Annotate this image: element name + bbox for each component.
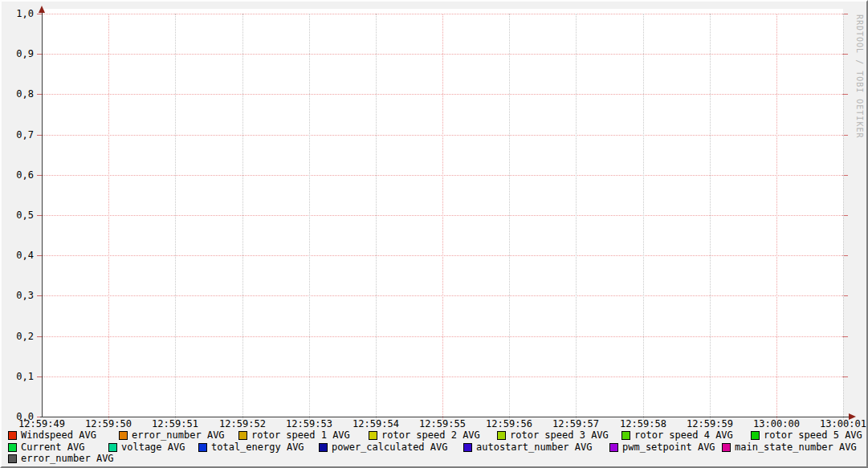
x-gridline	[576, 14, 577, 420]
watermark-text: RRDTOOL / TOBI OETIKER	[855, 14, 864, 138]
x-gridline	[843, 14, 844, 420]
legend-color-swatch	[621, 431, 630, 440]
x-gridline	[376, 14, 377, 420]
y-tick-label: 0,8	[3, 88, 34, 100]
x-tick-label: 13:00:00	[748, 418, 805, 429]
legend-label: Windspeed AVG	[21, 430, 96, 441]
y-tick-label: 0,4	[3, 250, 34, 261]
y-tick-label: 0,5	[3, 210, 34, 221]
x-tick-label: 12:59:53	[281, 418, 337, 429]
legend-color-swatch	[369, 431, 377, 440]
x-tick-label: 12:59:50	[80, 418, 137, 429]
x-tick-label: 12:59:49	[14, 418, 70, 429]
y-tick-label: 0,2	[3, 331, 34, 342]
legend-label: total_energy AVG	[211, 442, 304, 453]
x-tick-label: 12:59:52	[214, 418, 271, 429]
x-gridline	[442, 14, 443, 420]
legend-color-swatch	[319, 443, 328, 452]
legend-color-swatch	[497, 431, 506, 440]
legend-label: main_state_number AVG	[735, 442, 857, 453]
legend-label: power_calculated AVG	[332, 442, 448, 453]
legend-color-swatch	[8, 431, 17, 440]
y-tick-label: 0,7	[3, 129, 34, 140]
legend-color-swatch	[238, 431, 247, 440]
y-axis-line	[42, 12, 43, 417]
x-gridline	[776, 14, 777, 420]
x-tick-label: 12:59:55	[414, 418, 471, 429]
legend-color-swatch	[722, 443, 731, 452]
legend-label: voltage AVG	[121, 442, 185, 453]
y-axis-arrow-icon	[39, 6, 45, 13]
x-tick-label: 12:59:57	[548, 418, 604, 429]
legend-color-swatch	[8, 454, 17, 463]
legend-label: error_number AVG	[132, 430, 225, 441]
y-tick-label: 0,1	[3, 371, 34, 382]
legend-label: rotor speed 3 AVG	[510, 430, 609, 441]
x-gridline	[710, 14, 711, 420]
x-tick-label: 12:59:56	[481, 418, 537, 429]
legend-label: error_number AVG	[21, 454, 114, 464]
x-tick-label: 12:59:59	[682, 418, 738, 429]
x-gridline	[175, 14, 176, 420]
legend-color-swatch	[198, 443, 207, 452]
legend-color-swatch	[609, 443, 618, 452]
legend-label: pwm_setpoint AVG	[622, 442, 715, 453]
x-tick-label: 13:00:01	[815, 418, 868, 429]
legend-label: rotor speed 2 AVG	[381, 430, 480, 441]
legend-color-swatch	[751, 431, 760, 440]
legend-label: autostart_number AVG	[476, 442, 593, 453]
y-tick-label: 0,9	[3, 48, 34, 59]
x-tick-label: 12:59:54	[348, 418, 404, 429]
legend-label: rotor speed 4 AVG	[634, 430, 733, 441]
x-gridline	[309, 14, 310, 420]
legend-color-swatch	[463, 443, 472, 452]
legend-color-swatch	[8, 443, 17, 452]
legend-label: rotor speed 1 AVG	[251, 430, 350, 441]
x-gridline	[643, 14, 644, 420]
x-tick-label: 12:59:58	[615, 418, 671, 429]
x-tick-label: 12:59:51	[147, 418, 203, 429]
x-gridline	[242, 14, 243, 420]
x-gridline	[108, 14, 109, 420]
y-tick-label: 0,3	[3, 290, 34, 301]
legend-label: Current AVG	[21, 442, 84, 453]
x-axis-line	[40, 417, 850, 417]
y-tick-label: 0,6	[3, 169, 34, 181]
x-gridline	[509, 14, 510, 420]
y-tick-label: 1,0	[3, 8, 34, 19]
rrdtool-graph: 1,00,90,80,70,60,50,40,30,20,10,0 12:59:…	[0, 0, 868, 468]
legend-label: rotor speed 5 AVG	[764, 430, 862, 441]
legend-color-swatch	[119, 431, 128, 440]
legend-color-swatch	[108, 443, 117, 452]
